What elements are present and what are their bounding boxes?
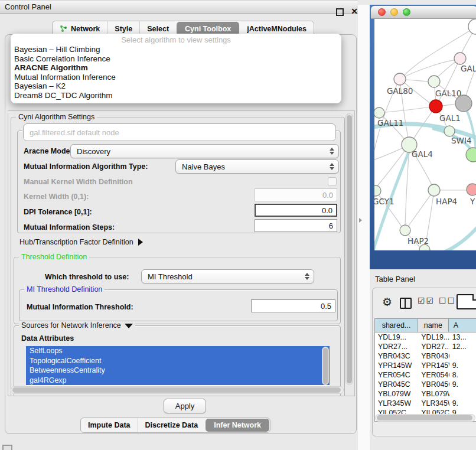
tab-impute-data[interactable]: Impute Data bbox=[81, 418, 138, 432]
network-node[interactable] bbox=[466, 148, 476, 162]
threshold-definition-group: Threshold Definition Which threshold to … bbox=[14, 257, 341, 324]
columns-icon[interactable] bbox=[400, 298, 412, 309]
mi-algorithm-type-combo[interactable]: Naive Bayes bbox=[175, 159, 339, 174]
algorithm-definition-group: Algorithm Definition Aracne Mode: Discov… bbox=[17, 131, 341, 233]
list-vertical-scrollbar[interactable] bbox=[322, 347, 329, 385]
table-panel-title: Table Panel bbox=[375, 275, 415, 283]
mi-type-label: Mutual Information Algorithm Type: bbox=[24, 162, 148, 171]
table-horizontal-scrollbar[interactable] bbox=[375, 414, 475, 422]
apply-button[interactable]: Apply bbox=[164, 399, 206, 413]
table-cell: YER054C bbox=[418, 370, 449, 380]
table-row[interactable]: YBL079WYBL079W bbox=[375, 389, 476, 399]
network-node-gal11[interactable] bbox=[374, 107, 384, 118]
table-row[interactable]: YBR043CYBR043C bbox=[375, 351, 476, 361]
settings-horizontal-scrollbar[interactable] bbox=[11, 386, 344, 394]
manual-kernel-checkbox[interactable] bbox=[328, 177, 337, 186]
mi-steps-field[interactable]: 6 bbox=[255, 219, 337, 232]
table-column-header[interactable]: name bbox=[418, 319, 449, 332]
aracne-mode-combo[interactable]: Discovery bbox=[70, 144, 339, 158]
table-row[interactable]: YDL19...YDL19...13... bbox=[375, 332, 476, 342]
network-node-label: GAL80 bbox=[387, 86, 413, 96]
settings-scrollpane: Cyni Algorithm Settings Algorithm Defini… bbox=[8, 110, 355, 396]
table-cell: 9. bbox=[449, 380, 476, 389]
network-window-titlebar[interactable] bbox=[371, 6, 476, 19]
mi-threshold-field[interactable]: 0.5 bbox=[251, 299, 335, 312]
network-node-gal10[interactable] bbox=[428, 76, 440, 87]
dropdown-item[interactable]: ARACNE Algorithm bbox=[11, 63, 341, 73]
table-cell: YPR145W bbox=[418, 361, 449, 370]
close-traffic-light-icon[interactable] bbox=[378, 8, 386, 16]
network-node-hap2[interactable] bbox=[400, 225, 410, 236]
table-cell: YLR345W bbox=[375, 399, 418, 408]
splitter-handle[interactable] bbox=[359, 218, 363, 223]
table-cell: YLR345W bbox=[418, 399, 449, 408]
data-attribute-item[interactable]: gal4RGexp bbox=[26, 376, 330, 386]
dropdown-item[interactable]: Basic Correlation Inference bbox=[11, 54, 341, 64]
network-view-window: GALGAL80GAL10GAL1GAL11SWI4GAL4GCY1YHAP4H… bbox=[370, 5, 476, 269]
checked-columns-icon[interactable]: ☑☑ bbox=[418, 296, 435, 305]
which-threshold-combo[interactable]: MI Threshold bbox=[141, 269, 314, 283]
dropdown-item[interactable]: Mutual Information Inference bbox=[11, 73, 341, 82]
network-node[interactable] bbox=[455, 95, 472, 112]
mi-threshold-definition-group: MI Threshold Definition Mutual Informati… bbox=[19, 289, 338, 321]
cyni-bottom-tab-bar: Impute Data Discretize Data Infer Networ… bbox=[80, 418, 270, 433]
table-cell: 8. bbox=[449, 370, 476, 380]
which-threshold-label: Which threshold to use: bbox=[45, 273, 129, 281]
algorithm-dropdown[interactable]: Select algorithm to view settings Bayesi… bbox=[11, 34, 341, 103]
network-node-gal[interactable] bbox=[454, 53, 466, 64]
kernel-width-label: Kernel Width (0,1): bbox=[24, 193, 89, 201]
table-cell: YBR045C bbox=[375, 380, 418, 389]
network-node-swi4[interactable] bbox=[444, 126, 455, 136]
data-attribute-item[interactable]: TopologicalCoefficient bbox=[26, 356, 330, 366]
network-node-label: GAL10 bbox=[435, 89, 461, 98]
control-panel-title: Control Panel bbox=[5, 2, 51, 11]
dropdown-item[interactable]: Bayesian – K2 bbox=[11, 81, 341, 91]
table-cell: YDR27... bbox=[375, 342, 418, 351]
docked-panel-icon[interactable] bbox=[2, 445, 12, 450]
network-node-label: GCY1 bbox=[374, 197, 395, 206]
kernel-width-field[interactable]: 0.0 bbox=[255, 188, 337, 201]
combo-spinner-icon bbox=[328, 145, 335, 158]
hub-definition-expander[interactable]: Hub/Transcription Factor Definition bbox=[19, 238, 143, 246]
gear-icon[interactable]: ⚙ bbox=[382, 295, 392, 309]
sources-expander[interactable]: Sources for Network Inference bbox=[19, 321, 135, 330]
network-node-gal80[interactable] bbox=[394, 73, 406, 85]
network-node-gal1[interactable] bbox=[429, 100, 442, 113]
data-attribute-item[interactable]: BetweennessCentrality bbox=[26, 366, 330, 376]
node-table: shared...nameA YDL19...YDL19...13...YDR2… bbox=[374, 318, 476, 422]
dropdown-item[interactable]: Dream8 DC_TDC Algorithm bbox=[11, 91, 341, 100]
table-column-header[interactable]: shared... bbox=[375, 319, 418, 332]
tab-discretize-data[interactable]: Discretize Data bbox=[138, 418, 206, 432]
table-row[interactable]: YLR345WYLR345W9. bbox=[375, 399, 476, 408]
dropdown-item[interactable]: Bayesian – Hill Climbing bbox=[11, 45, 341, 54]
network-node[interactable] bbox=[468, 19, 476, 34]
combo-spinner-icon bbox=[328, 160, 335, 173]
table-column-header[interactable]: A bbox=[449, 319, 476, 332]
network-node-hap4[interactable] bbox=[428, 184, 440, 196]
zoom-traffic-light-icon[interactable] bbox=[403, 8, 410, 16]
expander-right-icon bbox=[138, 239, 143, 246]
close-icon[interactable]: ✕ bbox=[351, 6, 358, 16]
group-title: MI Threshold Definition bbox=[24, 285, 105, 294]
float-window-icon[interactable] bbox=[336, 8, 344, 16]
aracne-mode-label: Aracne Mode: bbox=[24, 147, 73, 155]
network-canvas[interactable]: GALGAL80GAL10GAL1GAL11SWI4GAL4GCY1YHAP4H… bbox=[374, 19, 476, 250]
table-row[interactable]: YPR145WYPR145W9. bbox=[375, 361, 476, 370]
tab-infer-network[interactable]: Infer Network bbox=[206, 419, 269, 432]
table-row[interactable]: YBR045CYBR045C9. bbox=[375, 380, 476, 389]
data-attribute-item[interactable]: SelfLoops bbox=[26, 346, 330, 356]
dpi-tolerance-field[interactable]: 0.0 bbox=[255, 204, 337, 217]
network-selector-combo[interactable]: gal.filtered.sif default node bbox=[23, 123, 336, 141]
cyni-algorithm-settings-group: Cyni Algorithm Settings Algorithm Defini… bbox=[11, 117, 345, 396]
settings-vertical-scrollbar[interactable] bbox=[345, 113, 353, 385]
table-row[interactable]: YER054CYER054C8. bbox=[375, 370, 476, 380]
network-edge bbox=[409, 190, 434, 226]
page-icon[interactable] bbox=[457, 294, 476, 309]
table-cell: YBR043C bbox=[418, 351, 449, 361]
network-node-y[interactable] bbox=[467, 184, 476, 195]
minimize-traffic-light-icon[interactable] bbox=[390, 8, 398, 16]
table-cell: 12... bbox=[449, 342, 476, 351]
table-row[interactable]: YDR27...YDR27...12... bbox=[375, 342, 476, 351]
unchecked-columns-icon[interactable]: ☐☐ bbox=[439, 296, 456, 305]
network-node-gcy1[interactable] bbox=[374, 185, 381, 196]
